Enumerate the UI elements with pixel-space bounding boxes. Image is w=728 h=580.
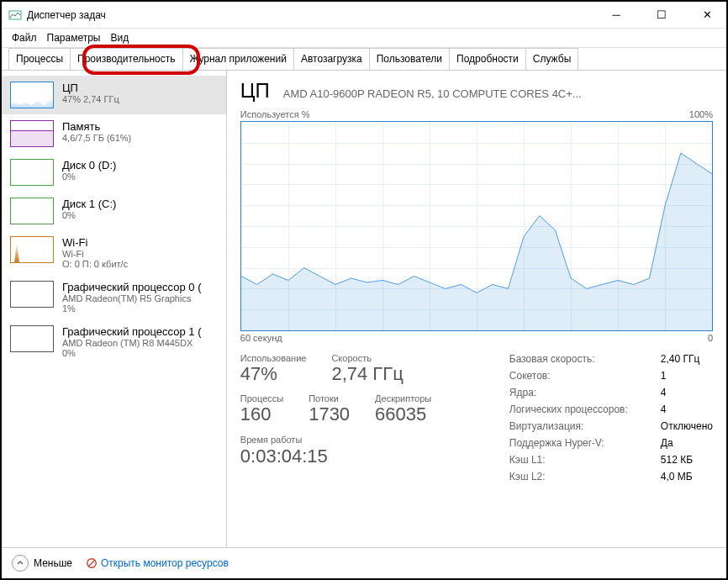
stat-processes-label: Процессы [240, 393, 283, 403]
cpu-name: AMD A10-9600P RADEON R5, 10 COMPUTE CORE… [283, 87, 713, 100]
gpu-thumb-icon [10, 325, 54, 352]
right-stat-value: 4 [661, 387, 713, 398]
chart-ylabel: Используется % [240, 109, 310, 119]
sidebar-item-cpu[interactable]: ЦП 47% 2,74 ГГц [2, 76, 226, 114]
sidebar-item-detail: Wi-Fi [62, 249, 128, 259]
chart-xmax: 60 секунд [240, 333, 282, 343]
sidebar-item-detail2: О: 0 П: 0 кбит/с [62, 259, 128, 269]
sidebar-item-label: Графический процессор 1 ( [62, 325, 201, 338]
right-stat-label: Сокетов: [509, 370, 644, 382]
sidebar-item-detail: 4,6/7,5 ГБ (61%) [62, 133, 131, 143]
stat-threads-label: Потоки [309, 393, 350, 403]
main-panel: ЦП AMD A10-9600P RADEON R5, 10 COMPUTE C… [227, 71, 726, 547]
menubar: Файл Параметры Вид [2, 29, 726, 48]
right-stat-value: Отключено [661, 420, 713, 432]
fewer-details-button[interactable]: Меньше [12, 555, 72, 572]
sidebar-item-gpu0[interactable]: Графический процессор 0 ( AMD Radeon(TM)… [2, 275, 226, 319]
sidebar-item-detail: 0% [62, 210, 116, 220]
stat-uptime-label: Время работы [240, 435, 303, 445]
memory-thumb-icon [10, 120, 54, 147]
right-stat-label: Кэш L1: [509, 454, 644, 466]
sidebar-item-detail: 47% 2,74 ГГц [62, 94, 119, 104]
stat-handles-value: 66035 [375, 403, 431, 425]
right-stat-value: 1 [661, 370, 713, 382]
gpu-thumb-icon [10, 281, 54, 308]
sidebar-item-disk1[interactable]: Диск 1 (C:) 0% [2, 192, 226, 230]
disk-thumb-icon [10, 198, 54, 224]
menu-file[interactable]: Файл [12, 32, 37, 44]
sidebar-item-label: Диск 0 (D:) [62, 159, 116, 171]
right-stat-label: Поддержка Hyper-V: [509, 437, 644, 449]
resmon-label: Открыть монитор ресурсов [101, 557, 229, 569]
resource-monitor-icon [86, 557, 98, 569]
titlebar: Диспетчер задач ─ ☐ ✕ [2, 2, 726, 29]
right-stat-value: 512 КБ [661, 454, 713, 466]
tabs: Процессы Производительность Журнал прило… [2, 48, 726, 71]
sidebar-item-disk0[interactable]: Диск 0 (D:) 0% [2, 153, 226, 192]
sidebar-item-label: Память [62, 120, 131, 133]
sidebar-item-detail: 0% [62, 171, 116, 182]
svg-rect-0 [9, 11, 21, 19]
sidebar-item-detail: AMD Radeon(TM) R5 Graphics [62, 293, 201, 303]
right-stat-value: 4 [661, 403, 713, 415]
maximize-button[interactable]: ☐ [649, 8, 674, 21]
stat-usage-label: Использование [240, 353, 307, 363]
tab-details[interactable]: Подробности [449, 48, 526, 70]
minimize-button[interactable]: ─ [604, 8, 629, 21]
sidebar-item-label: Wi-Fi [62, 236, 128, 249]
right-stat-value: 4,0 МБ [661, 471, 713, 482]
sidebar-item-gpu1[interactable]: Графический процессор 1 ( AMD Radeon (TM… [2, 319, 226, 364]
sidebar: ЦП 47% 2,74 ГГц Память 4,6/7,5 ГБ (61%) … [2, 71, 227, 547]
close-button[interactable]: ✕ [694, 8, 720, 21]
stat-handles-label: Дескрипторы [375, 393, 431, 403]
cpu-thumb-icon [10, 82, 54, 108]
sidebar-item-detail2: 0% [62, 348, 201, 358]
sidebar-item-label: ЦП [62, 82, 119, 94]
chart-ymax: 100% [689, 109, 713, 119]
tab-startup[interactable]: Автозагрузка [293, 48, 370, 70]
page-title: ЦП [240, 79, 270, 103]
right-stat-label: Виртуализация: [509, 420, 644, 432]
right-stat-label: Кэш L2: [509, 471, 644, 482]
stat-speed-value: 2,74 ГГц [331, 363, 403, 385]
window-title: Диспетчер задач [27, 9, 106, 21]
tab-services[interactable]: Службы [525, 48, 578, 70]
disk-thumb-icon [10, 159, 54, 186]
menu-view[interactable]: Вид [110, 32, 129, 44]
right-stat-value: Да [661, 437, 713, 449]
svg-line-2 [88, 561, 94, 567]
cpu-usage-chart [240, 121, 713, 331]
stat-processes-value: 160 [240, 403, 283, 425]
app-icon [8, 8, 22, 22]
tab-app-history[interactable]: Журнал приложений [182, 48, 294, 70]
sidebar-item-detail: AMD Radeon (TM) R8 M445DX [62, 338, 201, 348]
wifi-thumb-icon [10, 236, 54, 263]
chevron-up-icon [12, 555, 29, 572]
right-stat-label: Базовая скорость: [509, 353, 644, 365]
menu-options[interactable]: Параметры [47, 32, 101, 44]
tab-processes[interactable]: Процессы [8, 48, 71, 70]
footer: Меньше Открыть монитор ресурсов [2, 547, 726, 578]
right-stat-label: Ядра: [509, 387, 644, 398]
right-stat-label: Логических процессоров: [509, 403, 644, 415]
sidebar-item-memory[interactable]: Память 4,6/7,5 ГБ (61%) [2, 114, 226, 153]
sidebar-item-wifi[interactable]: Wi-Fi Wi-Fi О: 0 П: 0 кбит/с [2, 230, 226, 275]
stat-speed-label: Скорость [331, 353, 403, 363]
stat-usage-value: 47% [240, 363, 307, 385]
fewer-label: Меньше [34, 557, 72, 569]
tab-performance[interactable]: Производительность [70, 48, 182, 70]
chart-xmin: 0 [708, 333, 713, 343]
sidebar-item-label: Графический процессор 0 ( [62, 281, 201, 293]
tab-users[interactable]: Пользователи [369, 48, 450, 70]
stat-threads-value: 1730 [309, 403, 350, 425]
right-stat-value: 2,40 ГГц [661, 353, 713, 365]
resource-monitor-link[interactable]: Открыть монитор ресурсов [86, 557, 229, 569]
stat-uptime-value: 0:03:04:15 [240, 446, 328, 467]
sidebar-item-detail2: 1% [62, 303, 201, 314]
sidebar-item-label: Диск 1 (C:) [62, 198, 116, 210]
